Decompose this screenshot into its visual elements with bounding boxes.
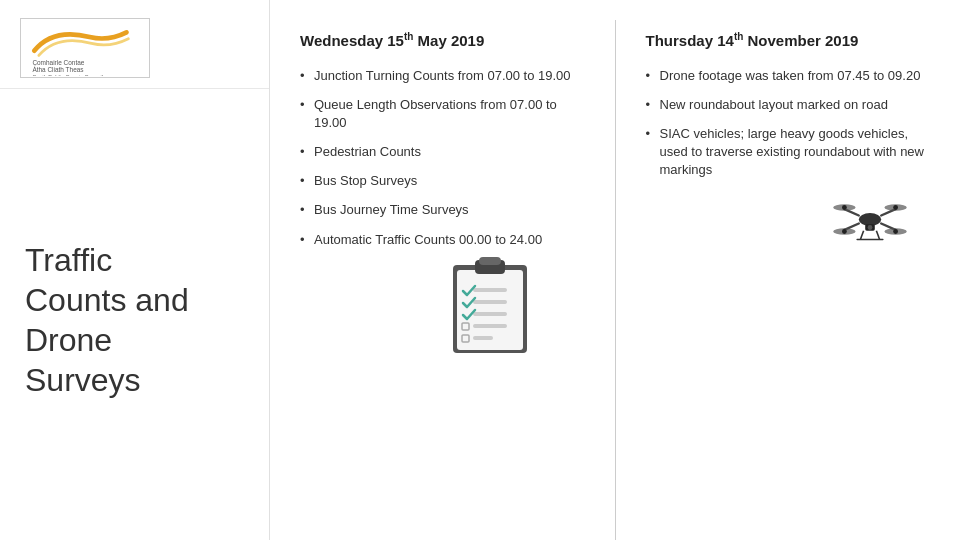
svg-point-23 — [842, 206, 847, 211]
list-item: Bus Journey Time Surveys — [300, 201, 585, 219]
left-header-sup: th — [404, 31, 413, 42]
svg-point-24 — [893, 206, 898, 211]
svg-point-14 — [859, 214, 881, 227]
left-bullet-list: Junction Turning Counts from 07.00 to 19… — [300, 67, 585, 249]
list-item: Drone footage was taken from 07.45 to 09… — [646, 67, 931, 85]
logo-box: Comhairle Contae Átha Cliath Theas South… — [20, 18, 150, 78]
left-header-suffix: May 2019 — [413, 32, 484, 49]
logo-svg: Comhairle Contae Átha Cliath Theas South… — [25, 21, 145, 76]
sidebar-title: Traffic Counts and Drone Surveys — [25, 240, 189, 400]
svg-text:Átha Cliath Theas: Átha Cliath Theas — [32, 65, 83, 73]
main-content: Wednesday 15th May 2019 Junction Turning… — [270, 0, 960, 540]
right-header-suffix: November 2019 — [743, 32, 858, 49]
svg-point-26 — [893, 230, 898, 235]
sidebar: Comhairle Contae Átha Cliath Theas South… — [0, 0, 270, 540]
right-header-text: Thursday 14 — [646, 32, 734, 49]
right-column-header: Thursday 14th November 2019 — [646, 30, 931, 51]
list-item: Automatic Traffic Counts 00.00 to 24.00 — [300, 231, 585, 249]
sidebar-title-line3: Drone — [25, 322, 112, 358]
right-header-sup: th — [734, 31, 743, 42]
svg-line-30 — [876, 231, 879, 240]
svg-text:Comhairle Contae: Comhairle Contae — [32, 58, 84, 65]
svg-rect-11 — [473, 336, 493, 340]
left-header-text: Wednesday 15 — [300, 32, 404, 49]
drone-area — [646, 190, 931, 245]
left-column: Wednesday 15th May 2019 Junction Turning… — [270, 20, 616, 540]
svg-rect-8 — [473, 300, 507, 304]
columns: Wednesday 15th May 2019 Junction Turning… — [270, 0, 960, 540]
svg-point-25 — [842, 230, 847, 235]
list-item: New roundabout layout marked on road — [646, 96, 931, 114]
svg-point-28 — [868, 226, 873, 231]
clipboard-area — [300, 250, 585, 360]
drone-svg — [830, 190, 910, 245]
svg-line-29 — [860, 231, 863, 240]
svg-text:South Dublin County Council: South Dublin County Council — [32, 74, 103, 76]
sidebar-title-line2: Counts and — [25, 282, 189, 318]
right-column: Thursday 14th November 2019 Drone footag… — [616, 20, 961, 540]
clipboard-icon — [445, 250, 535, 360]
list-item: Junction Turning Counts from 07.00 to 19… — [300, 67, 585, 85]
svg-rect-7 — [473, 288, 507, 292]
left-column-header: Wednesday 15th May 2019 — [300, 30, 585, 51]
sidebar-title-line1: Traffic — [25, 242, 112, 278]
sidebar-title-area: Traffic Counts and Drone Surveys — [0, 89, 269, 540]
logo-area: Comhairle Contae Átha Cliath Theas South… — [0, 0, 269, 89]
right-bullet-list: Drone footage was taken from 07.45 to 09… — [646, 67, 931, 180]
list-item: SIAC vehicles; large heavy goods vehicle… — [646, 125, 931, 180]
svg-rect-9 — [473, 312, 507, 316]
list-item: Queue Length Observations from 07.00 to … — [300, 96, 585, 132]
svg-rect-6 — [479, 257, 501, 265]
list-item: Pedestrian Counts — [300, 143, 585, 161]
list-item: Bus Stop Surveys — [300, 172, 585, 190]
sidebar-title-line4: Surveys — [25, 362, 141, 398]
svg-rect-10 — [473, 324, 507, 328]
